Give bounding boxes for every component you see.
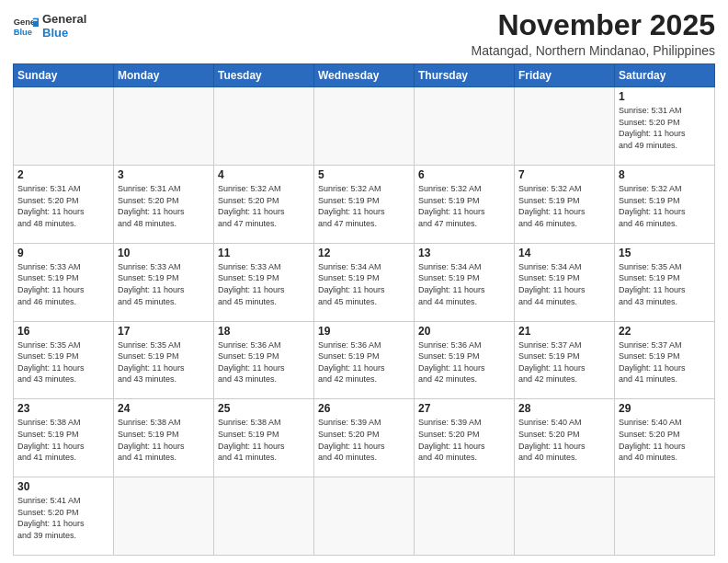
calendar-day-cell: 3Sunrise: 5:31 AM Sunset: 5:20 PM Daylig… bbox=[114, 165, 214, 243]
weekday-header-sunday: Sunday bbox=[14, 64, 114, 87]
day-info: Sunrise: 5:31 AM Sunset: 5:20 PM Dayligh… bbox=[118, 183, 210, 229]
day-number: 17 bbox=[118, 325, 210, 338]
calendar-week-row: 1Sunrise: 5:31 AM Sunset: 5:20 PM Daylig… bbox=[14, 87, 715, 166]
calendar-day-cell bbox=[214, 87, 314, 166]
day-number: 13 bbox=[418, 247, 510, 259]
calendar-day-cell bbox=[114, 87, 214, 166]
calendar-day-cell bbox=[515, 477, 615, 556]
day-number: 21 bbox=[518, 325, 610, 338]
day-number: 3 bbox=[118, 168, 210, 181]
calendar-day-cell: 8Sunrise: 5:32 AM Sunset: 5:19 PM Daylig… bbox=[615, 165, 715, 243]
calendar-day-cell: 29Sunrise: 5:40 AM Sunset: 5:20 PM Dayli… bbox=[615, 399, 715, 477]
weekday-header-thursday: Thursday bbox=[415, 64, 515, 87]
day-info: Sunrise: 5:36 AM Sunset: 5:19 PM Dayligh… bbox=[218, 339, 310, 385]
calendar-day-cell: 23Sunrise: 5:38 AM Sunset: 5:19 PM Dayli… bbox=[14, 399, 114, 477]
day-number: 26 bbox=[318, 402, 410, 415]
month-title: November 2025 bbox=[472, 9, 715, 41]
day-info: Sunrise: 5:32 AM Sunset: 5:19 PM Dayligh… bbox=[418, 183, 510, 229]
day-number: 7 bbox=[518, 168, 610, 181]
generalblue-logo-icon: General Blue bbox=[13, 14, 39, 40]
calendar-day-cell: 15Sunrise: 5:35 AM Sunset: 5:19 PM Dayli… bbox=[615, 243, 715, 321]
day-info: Sunrise: 5:37 AM Sunset: 5:19 PM Dayligh… bbox=[619, 339, 711, 385]
day-info: Sunrise: 5:36 AM Sunset: 5:19 PM Dayligh… bbox=[318, 339, 410, 385]
day-number: 11 bbox=[218, 247, 310, 259]
day-info: Sunrise: 5:31 AM Sunset: 5:20 PM Dayligh… bbox=[17, 183, 109, 229]
svg-text:Blue: Blue bbox=[14, 27, 32, 36]
day-info: Sunrise: 5:31 AM Sunset: 5:20 PM Dayligh… bbox=[619, 105, 711, 151]
day-info: Sunrise: 5:40 AM Sunset: 5:20 PM Dayligh… bbox=[518, 417, 610, 463]
day-number: 18 bbox=[218, 325, 310, 338]
day-info: Sunrise: 5:35 AM Sunset: 5:19 PM Dayligh… bbox=[619, 261, 711, 307]
calendar-day-cell: 26Sunrise: 5:39 AM Sunset: 5:20 PM Dayli… bbox=[314, 399, 415, 477]
logo-general-text: General bbox=[42, 13, 86, 27]
day-info: Sunrise: 5:33 AM Sunset: 5:19 PM Dayligh… bbox=[218, 261, 310, 307]
day-number: 1 bbox=[619, 90, 711, 103]
day-info: Sunrise: 5:33 AM Sunset: 5:19 PM Dayligh… bbox=[17, 261, 109, 307]
day-info: Sunrise: 5:36 AM Sunset: 5:19 PM Dayligh… bbox=[418, 339, 510, 385]
day-number: 19 bbox=[318, 325, 410, 338]
calendar-day-cell: 27Sunrise: 5:39 AM Sunset: 5:20 PM Dayli… bbox=[415, 399, 515, 477]
day-number: 10 bbox=[118, 247, 210, 259]
day-number: 30 bbox=[17, 480, 109, 493]
calendar-day-cell bbox=[314, 477, 415, 556]
day-info: Sunrise: 5:34 AM Sunset: 5:19 PM Dayligh… bbox=[418, 261, 510, 307]
calendar-day-cell: 12Sunrise: 5:34 AM Sunset: 5:19 PM Dayli… bbox=[314, 243, 415, 321]
weekday-header-monday: Monday bbox=[114, 64, 214, 87]
day-number: 16 bbox=[17, 325, 109, 338]
header: General Blue General Blue November 2025 … bbox=[13, 9, 715, 58]
day-number: 29 bbox=[619, 402, 711, 415]
calendar-day-cell: 19Sunrise: 5:36 AM Sunset: 5:19 PM Dayli… bbox=[314, 321, 415, 399]
calendar-day-cell: 22Sunrise: 5:37 AM Sunset: 5:19 PM Dayli… bbox=[615, 321, 715, 399]
day-info: Sunrise: 5:39 AM Sunset: 5:20 PM Dayligh… bbox=[418, 417, 510, 463]
calendar-day-cell: 7Sunrise: 5:32 AM Sunset: 5:19 PM Daylig… bbox=[515, 165, 615, 243]
calendar-week-row: 16Sunrise: 5:35 AM Sunset: 5:19 PM Dayli… bbox=[14, 321, 715, 399]
calendar-day-cell: 28Sunrise: 5:40 AM Sunset: 5:20 PM Dayli… bbox=[515, 399, 615, 477]
calendar-day-cell: 30Sunrise: 5:41 AM Sunset: 5:20 PM Dayli… bbox=[14, 477, 114, 556]
day-info: Sunrise: 5:41 AM Sunset: 5:20 PM Dayligh… bbox=[17, 495, 109, 541]
calendar-day-cell: 21Sunrise: 5:37 AM Sunset: 5:19 PM Dayli… bbox=[515, 321, 615, 399]
day-number: 23 bbox=[17, 402, 109, 415]
calendar-week-row: 30Sunrise: 5:41 AM Sunset: 5:20 PM Dayli… bbox=[14, 477, 715, 556]
day-info: Sunrise: 5:34 AM Sunset: 5:19 PM Dayligh… bbox=[318, 261, 410, 307]
calendar-day-cell: 17Sunrise: 5:35 AM Sunset: 5:19 PM Dayli… bbox=[114, 321, 214, 399]
calendar-day-cell bbox=[415, 87, 515, 166]
calendar-day-cell: 1Sunrise: 5:31 AM Sunset: 5:20 PM Daylig… bbox=[615, 87, 715, 166]
weekday-header-row: SundayMondayTuesdayWednesdayThursdayFrid… bbox=[14, 64, 715, 87]
calendar-day-cell bbox=[114, 477, 214, 556]
day-number: 28 bbox=[518, 402, 610, 415]
day-info: Sunrise: 5:35 AM Sunset: 5:19 PM Dayligh… bbox=[17, 339, 109, 385]
logo-area: General Blue General Blue bbox=[13, 9, 86, 40]
calendar-day-cell: 24Sunrise: 5:38 AM Sunset: 5:19 PM Dayli… bbox=[114, 399, 214, 477]
calendar-day-cell: 9Sunrise: 5:33 AM Sunset: 5:19 PM Daylig… bbox=[14, 243, 114, 321]
day-info: Sunrise: 5:38 AM Sunset: 5:19 PM Dayligh… bbox=[218, 417, 310, 463]
calendar-day-cell: 18Sunrise: 5:36 AM Sunset: 5:19 PM Dayli… bbox=[214, 321, 314, 399]
calendar-day-cell: 4Sunrise: 5:32 AM Sunset: 5:20 PM Daylig… bbox=[214, 165, 314, 243]
calendar-day-cell: 25Sunrise: 5:38 AM Sunset: 5:19 PM Dayli… bbox=[214, 399, 314, 477]
weekday-header-tuesday: Tuesday bbox=[214, 64, 314, 87]
day-number: 24 bbox=[118, 402, 210, 415]
weekday-header-saturday: Saturday bbox=[615, 64, 715, 87]
day-number: 15 bbox=[619, 247, 711, 259]
calendar-day-cell: 2Sunrise: 5:31 AM Sunset: 5:20 PM Daylig… bbox=[14, 165, 114, 243]
weekday-header-wednesday: Wednesday bbox=[314, 64, 415, 87]
day-number: 14 bbox=[518, 247, 610, 259]
day-info: Sunrise: 5:40 AM Sunset: 5:20 PM Dayligh… bbox=[619, 417, 711, 463]
day-number: 6 bbox=[418, 168, 510, 181]
weekday-header-friday: Friday bbox=[515, 64, 615, 87]
logo-blue-text: Blue bbox=[42, 27, 86, 40]
calendar-table: SundayMondayTuesdayWednesdayThursdayFrid… bbox=[13, 63, 715, 556]
calendar-day-cell: 11Sunrise: 5:33 AM Sunset: 5:19 PM Dayli… bbox=[214, 243, 314, 321]
day-info: Sunrise: 5:38 AM Sunset: 5:19 PM Dayligh… bbox=[118, 417, 210, 463]
calendar-day-cell bbox=[314, 87, 415, 166]
calendar-day-cell: 10Sunrise: 5:33 AM Sunset: 5:19 PM Dayli… bbox=[114, 243, 214, 321]
calendar-day-cell: 14Sunrise: 5:34 AM Sunset: 5:19 PM Dayli… bbox=[515, 243, 615, 321]
calendar-week-row: 2Sunrise: 5:31 AM Sunset: 5:20 PM Daylig… bbox=[14, 165, 715, 243]
svg-marker-3 bbox=[33, 19, 38, 21]
day-number: 5 bbox=[318, 168, 410, 181]
day-number: 12 bbox=[318, 247, 410, 259]
title-area: November 2025 Matangad, Northern Mindana… bbox=[472, 9, 715, 58]
day-info: Sunrise: 5:38 AM Sunset: 5:19 PM Dayligh… bbox=[17, 417, 109, 463]
day-info: Sunrise: 5:32 AM Sunset: 5:19 PM Dayligh… bbox=[518, 183, 610, 229]
day-info: Sunrise: 5:37 AM Sunset: 5:19 PM Dayligh… bbox=[518, 339, 610, 385]
day-number: 8 bbox=[619, 168, 711, 181]
